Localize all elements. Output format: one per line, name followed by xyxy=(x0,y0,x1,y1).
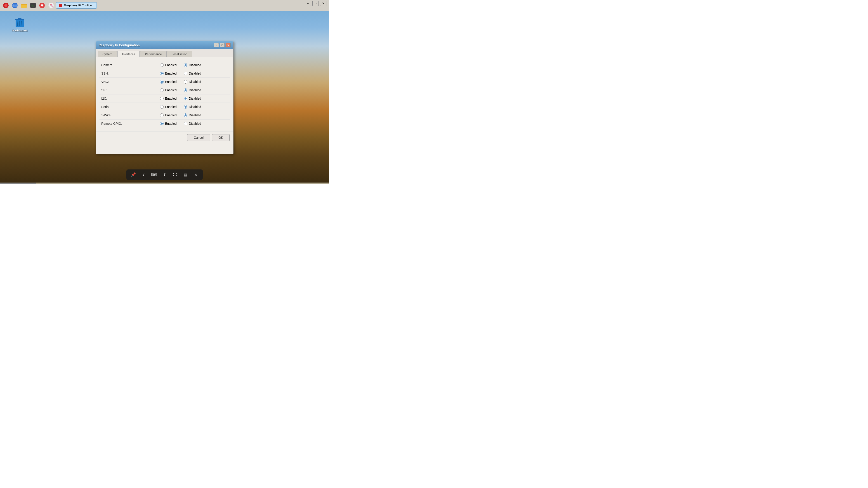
taskbar-folder-icon[interactable] xyxy=(20,1,28,9)
camera-row: Camera: Enabled Disabled xyxy=(99,61,230,69)
scrollbar-thumb[interactable] xyxy=(0,183,36,184)
camera-disabled-radio[interactable] xyxy=(184,63,187,67)
raspberry-pi-config-dialog: Raspberry Pi Configuration − □ ✕ System … xyxy=(96,41,234,154)
spi-enabled-option[interactable]: Enabled xyxy=(160,88,177,92)
svg-text:>_: >_ xyxy=(31,4,34,7)
serial-row: Serial: Enabled Disabled xyxy=(99,103,230,111)
tab-system[interactable]: System xyxy=(98,51,117,57)
one-wire-disabled-radio[interactable] xyxy=(184,113,187,117)
tab-bar: System Interfaces Performance Localisati… xyxy=(96,49,233,57)
vnc-disabled-radio[interactable] xyxy=(184,80,187,84)
spi-label: SPI: xyxy=(101,88,160,92)
remote-gpio-row: Remote GPIO: Enabled Disabled xyxy=(99,120,230,128)
tab-interfaces[interactable]: Interfaces xyxy=(117,51,140,57)
one-wire-enabled-option[interactable]: Enabled xyxy=(160,113,177,117)
ok-button[interactable]: OK xyxy=(212,134,230,141)
taskbar: >_ ✱ 🦄 Raspberry Pi Configu... xyxy=(0,0,329,11)
ssh-label: SSH: xyxy=(101,72,160,75)
spi-enabled-label: Enabled xyxy=(165,88,177,92)
i2c-label: I2C: xyxy=(101,97,160,100)
serial-disabled-radio[interactable] xyxy=(184,105,187,109)
toolbar-pin-btn[interactable]: 📌 xyxy=(130,171,137,178)
one-wire-row: 1-Wire: Enabled Disabled xyxy=(99,111,230,120)
dialog-minimize-btn[interactable]: − xyxy=(214,43,219,47)
screen-minimize-btn[interactable]: − xyxy=(305,1,311,6)
taskbar-active-app[interactable]: Raspberry Pi Configu... xyxy=(56,2,97,8)
vnc-radio-group: Enabled Disabled xyxy=(160,80,201,84)
i2c-disabled-label: Disabled xyxy=(189,97,201,100)
tab-localisation[interactable]: Localisation xyxy=(167,51,192,57)
camera-enabled-label: Enabled xyxy=(165,63,177,67)
one-wire-disabled-option[interactable]: Disabled xyxy=(184,113,201,117)
spi-disabled-option[interactable]: Disabled xyxy=(184,88,201,92)
taskbar-rpi-icon[interactable] xyxy=(2,1,10,9)
ssh-disabled-option[interactable]: Disabled xyxy=(184,72,201,75)
taskbar-unicorn-icon[interactable]: 🦄 xyxy=(47,1,55,9)
toolbar-close-btn[interactable]: ✕ xyxy=(192,171,199,178)
spi-disabled-radio[interactable] xyxy=(184,88,187,92)
one-wire-enabled-radio[interactable] xyxy=(160,113,164,117)
vnc-row: VNC: Enabled Disabled xyxy=(99,78,230,86)
dialog-window-controls: − □ ✕ xyxy=(214,43,230,47)
spi-radio-group: Enabled Disabled xyxy=(160,88,201,92)
i2c-enabled-option[interactable]: Enabled xyxy=(160,97,177,100)
taskbar-globe-icon[interactable] xyxy=(11,1,19,9)
remote-gpio-enabled-option[interactable]: Enabled xyxy=(160,122,177,125)
vnc-disabled-label: Disabled xyxy=(189,80,201,84)
dialog-footer: Cancel OK xyxy=(96,131,233,144)
i2c-disabled-radio[interactable] xyxy=(184,97,187,100)
one-wire-radio-group: Enabled Disabled xyxy=(160,113,201,117)
remote-gpio-disabled-radio[interactable] xyxy=(184,122,187,125)
remote-gpio-enabled-radio[interactable] xyxy=(160,122,164,125)
taskbar-asterisk-icon[interactable]: ✱ xyxy=(38,1,46,9)
i2c-radio-group: Enabled Disabled xyxy=(160,97,201,100)
ssh-enabled-label: Enabled xyxy=(165,72,177,75)
vnc-label: VNC: xyxy=(101,80,160,84)
remote-gpio-disabled-option[interactable]: Disabled xyxy=(184,122,201,125)
screen-close-btn[interactable]: ✕ xyxy=(320,1,327,6)
dialog-close-btn[interactable]: ✕ xyxy=(225,43,230,47)
ssh-row: SSH: Enabled Disabled xyxy=(99,69,230,78)
dialog-overlay: Raspberry Pi Configuration − □ ✕ System … xyxy=(0,11,329,184)
toolbar-expand-btn[interactable]: ⛶ xyxy=(172,171,178,178)
serial-enabled-option[interactable]: Enabled xyxy=(160,105,177,109)
screen-maximize-btn[interactable]: □ xyxy=(312,1,319,6)
camera-radio-group: Enabled Disabled xyxy=(160,63,201,67)
serial-disabled-label: Disabled xyxy=(189,105,201,109)
camera-label: Camera: xyxy=(101,63,160,67)
camera-enabled-option[interactable]: Enabled xyxy=(160,63,177,67)
ssh-disabled-radio[interactable] xyxy=(184,72,187,75)
vnc-disabled-option[interactable]: Disabled xyxy=(184,80,201,84)
toolbar-grid-btn[interactable]: ▦ xyxy=(182,171,189,178)
camera-enabled-radio[interactable] xyxy=(160,63,164,67)
camera-disabled-option[interactable]: Disabled xyxy=(184,63,201,67)
bottom-scrollbar[interactable] xyxy=(0,183,329,184)
vnc-enabled-radio[interactable] xyxy=(160,80,164,84)
i2c-enabled-radio[interactable] xyxy=(160,97,164,100)
svg-text:✱: ✱ xyxy=(40,3,43,7)
toolbar-keyboard-btn[interactable]: ⌨ xyxy=(151,171,158,178)
remote-gpio-disabled-label: Disabled xyxy=(189,122,201,125)
taskbar-terminal-icon[interactable]: >_ xyxy=(29,1,37,9)
remote-gpio-label: Remote GPIO: xyxy=(101,122,160,125)
ssh-radio-group: Enabled Disabled xyxy=(160,72,201,75)
i2c-disabled-option[interactable]: Disabled xyxy=(184,97,201,100)
ssh-enabled-radio[interactable] xyxy=(160,72,164,75)
spi-disabled-label: Disabled xyxy=(189,88,201,92)
spi-enabled-radio[interactable] xyxy=(160,88,164,92)
ssh-disabled-label: Disabled xyxy=(189,72,201,75)
serial-enabled-radio[interactable] xyxy=(160,105,164,109)
toolbar-help-btn[interactable]: ? xyxy=(161,171,168,178)
ssh-enabled-option[interactable]: Enabled xyxy=(160,72,177,75)
serial-disabled-option[interactable]: Disabled xyxy=(184,105,201,109)
cancel-button[interactable]: Cancel xyxy=(187,134,210,141)
remote-gpio-enabled-label: Enabled xyxy=(165,122,177,125)
one-wire-label: 1-Wire: xyxy=(101,113,160,117)
toolbar-info-btn[interactable]: i xyxy=(141,171,147,178)
svg-point-13 xyxy=(59,4,62,7)
vnc-enabled-option[interactable]: Enabled xyxy=(160,80,177,84)
bottom-toolbar: 📌 i ⌨ ? ⛶ ▦ ✕ xyxy=(126,169,203,180)
camera-disabled-label: Disabled xyxy=(189,63,201,67)
dialog-maximize-btn[interactable]: □ xyxy=(220,43,225,47)
tab-performance[interactable]: Performance xyxy=(140,51,166,57)
